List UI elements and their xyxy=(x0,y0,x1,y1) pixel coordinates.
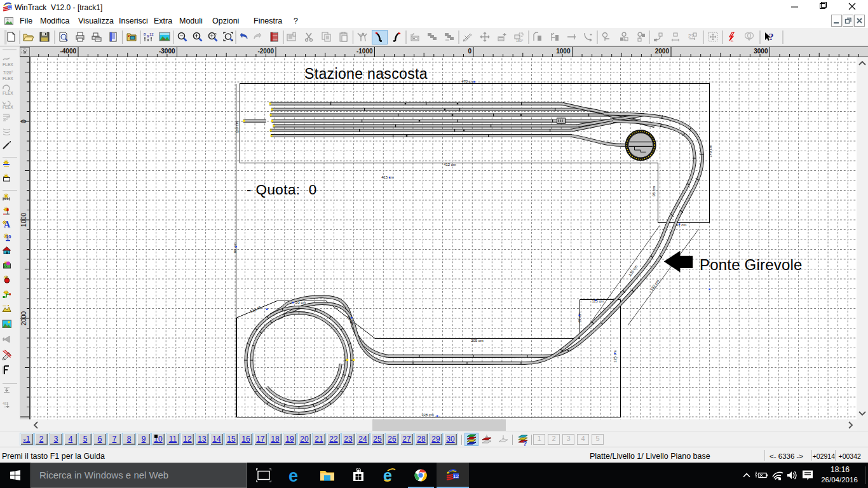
svg-text:412 cm: 412 cm xyxy=(444,163,456,166)
svg-text:205 cm: 205 cm xyxy=(471,339,484,342)
svg-text:125 cm: 125 cm xyxy=(613,350,617,363)
svg-text:50 cm: 50 cm xyxy=(295,301,306,304)
svg-text:110 cm: 110 cm xyxy=(235,121,239,133)
svg-text:90 cm: 90 cm xyxy=(233,243,237,253)
svg-text:470 cm: 470 cm xyxy=(461,79,474,83)
svg-text:- Quota: 0: - Quota: 0 xyxy=(247,182,317,198)
svg-text:?: ? xyxy=(523,440,527,447)
svg-text:31 cm: 31 cm xyxy=(676,223,686,227)
svg-text:Stazione nascosta: Stazione nascosta xyxy=(304,65,428,82)
svg-text:45 cm: 45 cm xyxy=(578,313,581,323)
svg-text:415 cm: 415 cm xyxy=(381,175,394,179)
svg-text:e: e xyxy=(288,468,298,482)
svg-text:328 cm: 328 cm xyxy=(421,413,434,417)
svg-text:12: 12 xyxy=(453,473,459,479)
svg-text:95 cm: 95 cm xyxy=(652,186,656,196)
svg-text:140 cm: 140 cm xyxy=(709,145,712,158)
svg-text:Ponte Girevole: Ponte Girevole xyxy=(700,256,803,273)
svg-text:115 cm: 115 cm xyxy=(592,299,604,303)
